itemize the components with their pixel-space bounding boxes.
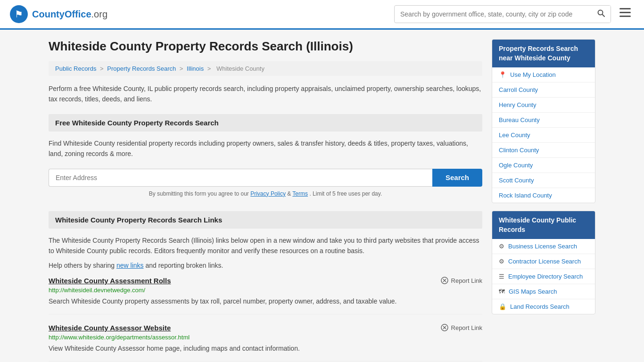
sidebar-public-records-section: Whiteside County Public Records ⚙ Busine… xyxy=(492,211,595,314)
sidebar-use-location[interactable]: 📍 Use My Location xyxy=(492,67,595,82)
site-header: ⚑ CountyOffice.org xyxy=(0,0,644,30)
logo-icon: ⚑ xyxy=(9,5,28,24)
sidebar-county-carroll[interactable]: Carroll County xyxy=(492,82,595,98)
header-search-bar xyxy=(394,5,611,23)
form-disclaimer: By submitting this form you agree to our… xyxy=(49,190,482,197)
link-desc-assessor: View Whiteside County Assessor home page… xyxy=(49,344,482,354)
address-input[interactable] xyxy=(49,169,432,187)
links-section: Whiteside County Property Records Search… xyxy=(49,211,482,362)
sidebar-county-henry[interactable]: Henry County xyxy=(492,98,595,113)
link-item-assessor: Whiteside County Assessor Website Report… xyxy=(49,324,482,362)
svg-text:⚑: ⚑ xyxy=(15,9,23,19)
county-link-lee[interactable]: Lee County xyxy=(499,132,530,139)
svg-rect-4 xyxy=(619,8,631,9)
link-desc-assessment-rolls: Search Whiteside County property assessm… xyxy=(49,296,482,306)
county-link-scott[interactable]: Scott County xyxy=(499,177,534,184)
header-search-button[interactable] xyxy=(592,6,611,23)
sidebar-county-lee[interactable]: Lee County xyxy=(492,128,595,143)
sidebar-nearby-header: Property Records Search near Whiteside C… xyxy=(492,40,595,67)
county-link-ogle[interactable]: Ogle County xyxy=(499,162,533,169)
sidebar-gis-maps[interactable]: 🗺 GIS Maps Search xyxy=(492,284,595,299)
logo-text: CountyOffice.org xyxy=(32,9,107,20)
link-item-header-1: Whiteside County Assessment Rolls Report… xyxy=(49,277,482,285)
gear-icon-business: ⚙ xyxy=(499,243,504,250)
terms-link[interactable]: Terms xyxy=(292,190,308,197)
report-icon-2 xyxy=(441,324,448,331)
directory-icon: ☰ xyxy=(499,273,504,280)
sidebar-employee-directory[interactable]: ☰ Employee Directory Search xyxy=(492,269,595,284)
sidebar-county-bureau[interactable]: Bureau County xyxy=(492,113,595,128)
contractor-license-link[interactable]: Contractor License Search xyxy=(508,258,581,265)
link-item-assessment-rolls: Whiteside County Assessment Rolls Report… xyxy=(49,277,482,314)
share-links-text: Help others by sharing new links and rep… xyxy=(49,262,482,269)
address-search-form: Search By submitting this form you agree… xyxy=(49,169,482,202)
hamburger-icon xyxy=(619,8,631,17)
links-section-description: The Whiteside County Property Records Se… xyxy=(49,235,482,256)
gear-icon-contractor: ⚙ xyxy=(499,258,504,265)
breadcrumb-current: Whiteside County xyxy=(216,65,264,72)
svg-rect-5 xyxy=(619,12,631,13)
menu-button[interactable] xyxy=(616,6,635,22)
main-container: Whiteside County Property Records Search… xyxy=(39,30,605,362)
breadcrumb-property-records[interactable]: Property Records Search xyxy=(107,65,176,72)
sidebar-business-license[interactable]: ⚙ Business License Search xyxy=(492,239,595,254)
sidebar: Property Records Search near Whiteside C… xyxy=(492,39,595,362)
svg-rect-6 xyxy=(619,16,631,17)
header-right xyxy=(394,5,635,23)
link-url-assessor[interactable]: http://www.whiteside.org/departments/ass… xyxy=(49,334,482,341)
sidebar-land-records[interactable]: 🔒 Land Records Search xyxy=(492,299,595,314)
link-title-assessment-rolls[interactable]: Whiteside County Assessment Rolls xyxy=(49,277,171,285)
county-link-rock-island[interactable]: Rock Island County xyxy=(499,192,552,199)
sidebar-contractor-license[interactable]: ⚙ Contractor License Search xyxy=(492,254,595,269)
link-url-assessment-rolls[interactable]: http://whitesideil.devnetwedge.com/ xyxy=(49,287,482,294)
breadcrumb-public-records[interactable]: Public Records xyxy=(55,65,96,72)
county-link-carroll[interactable]: Carroll County xyxy=(499,86,538,93)
sidebar-county-clinton[interactable]: Clinton County xyxy=(492,143,595,158)
map-icon: 🗺 xyxy=(499,288,505,295)
report-icon-1 xyxy=(441,277,448,284)
new-links-link[interactable]: new links xyxy=(116,262,144,269)
county-link-henry[interactable]: Henry County xyxy=(499,101,536,108)
search-icon xyxy=(597,9,605,17)
sidebar-county-ogle[interactable]: Ogle County xyxy=(492,158,595,173)
breadcrumb-sep-1: > xyxy=(100,65,105,72)
svg-line-3 xyxy=(603,15,605,17)
breadcrumb: Public Records > Property Records Search… xyxy=(49,61,482,76)
address-form-row: Search xyxy=(49,169,482,187)
content-area: Whiteside County Property Records Search… xyxy=(49,39,482,362)
logo-area: ⚑ CountyOffice.org xyxy=(9,5,107,24)
search-submit-button[interactable]: Search xyxy=(432,169,482,187)
land-records-icon: 🔒 xyxy=(499,303,506,310)
sidebar-nearby-section: Property Records Search near Whiteside C… xyxy=(492,39,595,203)
sidebar-county-scott[interactable]: Scott County xyxy=(492,173,595,188)
breadcrumb-illinois[interactable]: Illinois xyxy=(187,65,204,72)
sidebar-county-rock-island[interactable]: Rock Island County xyxy=(492,188,595,203)
county-link-bureau[interactable]: Bureau County xyxy=(499,116,540,123)
report-link-2[interactable]: Report Link xyxy=(441,324,482,331)
employee-directory-link[interactable]: Employee Directory Search xyxy=(508,273,583,280)
breadcrumb-sep-3: > xyxy=(207,65,213,72)
business-license-link[interactable]: Business License Search xyxy=(508,243,577,250)
breadcrumb-sep-2: > xyxy=(180,65,185,72)
county-link-clinton[interactable]: Clinton County xyxy=(499,147,539,154)
land-records-link[interactable]: Land Records Search xyxy=(510,303,570,310)
use-location-label[interactable]: Use My Location xyxy=(510,71,556,78)
report-link-1[interactable]: Report Link xyxy=(441,277,482,284)
page-description: Perform a free Whiteside County, IL publ… xyxy=(49,83,482,105)
link-title-assessor[interactable]: Whiteside County Assessor Website xyxy=(49,324,171,332)
free-search-heading: Free Whiteside County Property Records S… xyxy=(49,114,482,132)
page-title: Whiteside County Property Records Search… xyxy=(49,39,482,54)
links-section-heading: Whiteside County Property Records Search… xyxy=(49,211,482,229)
privacy-policy-link[interactable]: Privacy Policy xyxy=(250,190,286,197)
location-pin-icon: 📍 xyxy=(499,71,506,78)
sidebar-public-records-header: Whiteside County Public Records xyxy=(492,211,595,239)
header-search-input[interactable] xyxy=(395,7,592,22)
free-search-description: Find Whiteside County residential proper… xyxy=(49,138,482,159)
gis-maps-link[interactable]: GIS Maps Search xyxy=(509,288,557,295)
link-item-header-2: Whiteside County Assessor Website Report… xyxy=(49,324,482,332)
